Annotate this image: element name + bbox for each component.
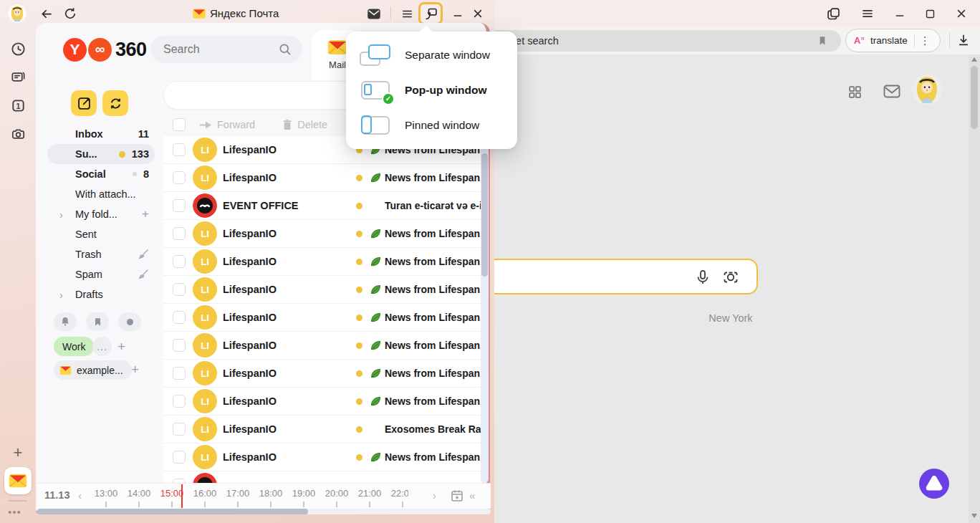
mail-search-input[interactable] (163, 43, 271, 56)
app-minimize-button[interactable] (450, 6, 466, 21)
email-row[interactable]: LILifespanIONews from Lifespan. (163, 164, 481, 192)
app-menu-icon[interactable] (399, 6, 415, 21)
bell-filter-button[interactable] (54, 312, 77, 331)
menu-item-pinned-window[interactable]: Pinned window (346, 107, 517, 143)
search-icon[interactable] (278, 42, 292, 57)
bookmark-filter-button[interactable] (86, 312, 109, 331)
browser-tabs-icon[interactable] (825, 6, 841, 21)
app-close-button[interactable] (470, 6, 486, 21)
mail-search-box[interactable] (150, 36, 302, 63)
email-row[interactable]: LILifespanIONews from Lifespan. (163, 276, 481, 304)
y360-logo[interactable]: Y ∞ 360 (63, 37, 147, 62)
email-checkbox[interactable] (173, 171, 186, 184)
bookmark-flag-icon[interactable] (817, 35, 828, 47)
sidebar-add-icon[interactable]: + (10, 446, 26, 461)
reload-button[interactable] (62, 6, 78, 21)
translate-more-icon[interactable]: ⋮ (920, 35, 931, 46)
translate-button[interactable]: Aя translate ⋮ (845, 29, 941, 52)
add-account-button[interactable]: + (131, 362, 139, 378)
compose-button[interactable] (71, 90, 97, 116)
chevron-right-icon[interactable]: › (59, 289, 63, 301)
sidebar-item-drafts[interactable]: ›Drafts (47, 284, 155, 304)
email-row[interactable]: LILifespanIONews from Lifespan. (163, 443, 481, 471)
chevron-right-icon[interactable]: › (59, 208, 63, 221)
email-checkbox[interactable] (173, 283, 186, 296)
menu-item-popup-window[interactable]: ✓Pop-up window (346, 72, 517, 107)
timeline-hour[interactable]: 18:00 (254, 488, 287, 507)
location-label[interactable]: New York (688, 312, 774, 324)
email-row[interactable]: LILifespanIOExosomes Break Rat Lif (163, 416, 481, 443)
timeline-hour[interactable]: 13:00 (90, 488, 123, 507)
sidebar-mail-app-icon[interactable] (4, 467, 32, 494)
email-checkbox[interactable] (173, 143, 186, 156)
timeline-next-icon[interactable]: › (433, 489, 436, 502)
add-folder-icon[interactable]: + (142, 207, 149, 221)
email-row[interactable]: LILifespanIONews from Lifespan. (163, 360, 481, 388)
email-checkbox[interactable] (173, 395, 186, 408)
browser-minimize-button[interactable] (892, 6, 908, 21)
email-row[interactable] (163, 471, 481, 483)
sidebar-more-icon[interactable]: ••• (8, 506, 21, 518)
email-row[interactable]: LILifespanIONews from Lifespan. (163, 220, 481, 248)
email-checkbox[interactable] (173, 339, 186, 352)
broom-icon[interactable] (138, 249, 149, 260)
timeline-collapse-icon[interactable]: « (469, 489, 475, 502)
browser-close-button[interactable] (953, 6, 969, 21)
page-scrollbar-thumb[interactable] (971, 66, 978, 129)
alice-assistant-button[interactable] (918, 468, 950, 499)
sidebar-item-sent[interactable]: Sent (47, 224, 155, 244)
user-avatar[interactable] (911, 74, 943, 105)
scroll-down-arrow[interactable] (971, 514, 977, 518)
sidebar-item-inbox[interactable]: Inbox11 (47, 124, 155, 144)
image-search-icon[interactable] (722, 269, 739, 286)
email-checkbox[interactable] (173, 451, 186, 464)
timeline-hour[interactable]: 16:00 (188, 488, 221, 507)
timeline-calendar-icon[interactable] (450, 489, 464, 503)
account-pill[interactable]: example... (54, 360, 132, 380)
screenshot-camera-icon[interactable] (10, 126, 27, 143)
titlebar-avatar[interactable] (8, 4, 27, 23)
timeline-hour[interactable]: 20:00 (320, 488, 353, 507)
email-checkbox[interactable] (173, 367, 186, 380)
email-row[interactable]: LILifespanIONews from Lifespan. (163, 304, 481, 332)
email-row[interactable]: LILifespanIONews from Lifespan. (163, 388, 481, 416)
scroll-up-arrow[interactable] (971, 57, 977, 62)
timeline-prev-icon[interactable]: ‹ (78, 489, 82, 502)
email-row[interactable]: LILifespanIONews from Lifespan. (163, 332, 481, 360)
sidebar-item-withattach[interactable]: With attach... (47, 184, 155, 204)
dot-filter-button[interactable] (118, 312, 141, 331)
broom-icon[interactable] (138, 269, 149, 280)
refresh-button[interactable] (102, 90, 128, 116)
browser-maximize-button[interactable] (922, 6, 938, 21)
page-mail-icon[interactable] (883, 85, 901, 99)
back-button[interactable] (39, 6, 54, 21)
email-checkbox[interactable] (173, 227, 186, 240)
add-tag-button[interactable]: + (117, 339, 125, 355)
apps-grid-icon[interactable] (847, 85, 863, 100)
timeline-hour[interactable]: 19:00 (287, 488, 320, 507)
window-mode-button-highlighted[interactable] (418, 2, 443, 25)
tab-counter-icon[interactable]: 1 (10, 97, 27, 114)
select-all-checkbox[interactable] (173, 118, 186, 131)
timeline-hour[interactable]: 22:00 (386, 488, 408, 507)
list-scrollbar-thumb[interactable] (481, 153, 488, 277)
sidebar-item-su[interactable]: Su...133 (47, 144, 155, 164)
sidebar-item-myfold[interactable]: ›My fold...+ (47, 204, 155, 224)
horizontal-scrollbar-thumb[interactable] (37, 509, 308, 514)
menu-item-separate-window[interactable]: Separate window (346, 37, 517, 72)
sidebar-item-social[interactable]: Social8 (47, 164, 155, 184)
email-checkbox[interactable] (173, 423, 186, 436)
timeline-hour[interactable]: 14:00 (123, 488, 155, 507)
history-clock-icon[interactable] (10, 41, 27, 57)
forward-button[interactable]: Forward (199, 119, 255, 130)
downloads-icon[interactable] (956, 32, 971, 48)
timeline-hour[interactable]: 15:00 (155, 488, 188, 507)
voice-search-icon[interactable] (694, 269, 711, 286)
email-checkbox[interactable] (173, 255, 186, 268)
tag-work[interactable]: Work (54, 337, 94, 356)
email-checkbox[interactable] (173, 311, 186, 324)
sidebar-item-trash[interactable]: Trash (47, 244, 155, 264)
delete-button[interactable]: Delete (282, 119, 327, 130)
browser-menu-icon[interactable] (860, 6, 875, 21)
sidebar-item-spam[interactable]: Spam (47, 264, 155, 284)
